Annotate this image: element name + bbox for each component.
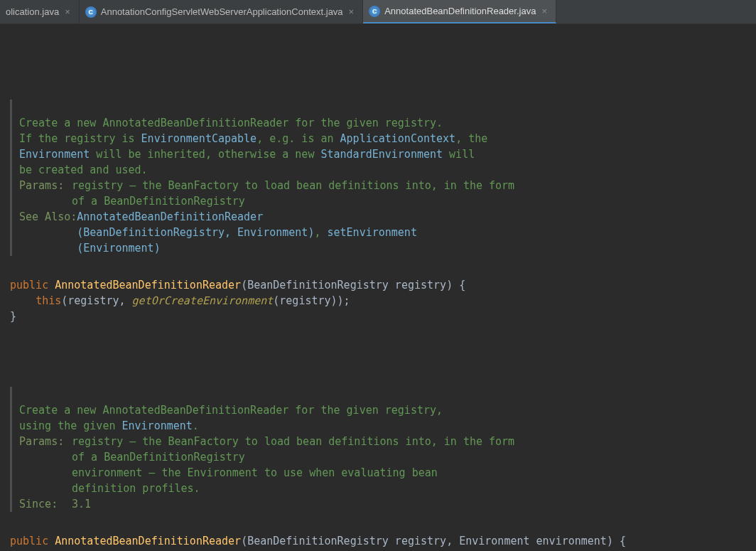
javadoc-params: Params:registry – the BeanFactory to loa… (19, 434, 756, 496)
javadoc-text: Create a new (19, 117, 102, 129)
tab-label: olication.java (6, 6, 59, 17)
javadoc-text: of a (72, 195, 104, 208)
javadoc-text: . (193, 419, 199, 432)
javadoc-link[interactable]: Environment) (237, 226, 314, 239)
javadoc-text: to load bean definitions into, in the fo… (239, 435, 514, 448)
param-name: registry (389, 535, 446, 547)
javadoc-text: , (225, 226, 237, 239)
close-icon[interactable]: × (540, 6, 549, 16)
javadoc-code-ref: BeanDefinitionRegistry (104, 195, 245, 208)
punct: (registry, (61, 294, 131, 307)
tab-olication[interactable]: olication.java × (0, 0, 80, 23)
javadoc-text: to load bean definitions into, in the fo… (239, 179, 514, 192)
param-type: Environment (459, 535, 529, 547)
javadoc-link[interactable]: (Environment) (77, 242, 160, 255)
param-type: BeanDefinitionRegistry (247, 279, 389, 291)
javadoc-text: will be inherited, otherwise a new (90, 148, 320, 161)
brace-close: } (10, 310, 16, 323)
javadoc-text: be created and used. (19, 164, 148, 176)
close-icon[interactable]: × (63, 6, 72, 17)
class-icon: C (369, 6, 380, 17)
javadoc-code-ref: BeanFactory (168, 179, 238, 192)
punct: ) { (607, 535, 626, 547)
param-type: BeanDefinitionRegistry (247, 535, 389, 547)
param-name: environment (530, 535, 607, 547)
javadoc-link[interactable]: Environment (19, 148, 90, 161)
keyword-public: public (10, 535, 48, 547)
javadoc-text: If the registry is (19, 132, 141, 145)
punct: ) { (446, 279, 465, 291)
javadoc-text: environment – the (72, 466, 188, 479)
javadoc-link[interactable]: (BeanDefinitionRegistry (77, 226, 225, 239)
javadoc-code-ref: Environment (188, 466, 258, 479)
javadoc-text: registry – the (72, 435, 168, 448)
javadoc-text: , (314, 226, 327, 239)
javadoc-text: of a (72, 451, 104, 464)
code-editor[interactable]: Create a new AnnotatedBeanDefinitionRead… (0, 24, 756, 551)
tab-annotationconfig[interactable]: C AnnotationConfigServletWebServerApplic… (80, 0, 363, 23)
tab-label: AnnotationConfigServletWebServerApplicat… (101, 6, 343, 17)
javadoc-code-ref: AnnotatedBeanDefinitionReader (102, 404, 288, 417)
punct: (registry)); (273, 294, 350, 307)
tab-annotatedbeandefreader[interactable]: C AnnotatedBeanDefinitionReader.java × (363, 0, 556, 23)
javadoc-params: Params:registry – the BeanFactory to loa… (19, 178, 756, 209)
punct: ( (241, 279, 247, 291)
javadoc-code-ref: BeanDefinitionRegistry (104, 451, 245, 464)
javadoc-block: Create a new AnnotatedBeanDefinitionRead… (10, 100, 756, 256)
javadoc-text: Create a new (19, 404, 102, 417)
javadoc-link[interactable]: AnnotatedBeanDefinitionReader (77, 210, 263, 223)
javadoc-text: will (443, 148, 475, 161)
editor-tabs: olication.java × C AnnotationConfigServl… (0, 0, 756, 24)
method-call: getOrCreateEnvironment (132, 294, 274, 307)
javadoc-tag: Params: (19, 434, 72, 496)
class-icon: C (85, 6, 97, 18)
tab-label: AnnotatedBeanDefinitionReader.java (384, 6, 536, 16)
close-icon[interactable]: × (347, 6, 356, 17)
javadoc-text: , the (455, 132, 487, 145)
javadoc-link[interactable]: StandardEnvironment (320, 148, 443, 161)
javadoc-link[interactable]: EnvironmentCapable (141, 132, 257, 145)
constructor-name: AnnotatedBeanDefinitionReader (55, 279, 241, 291)
javadoc-since-value: 3.1 (72, 496, 91, 512)
constructor-name: AnnotatedBeanDefinitionReader (55, 535, 241, 547)
javadoc-link[interactable]: ApplicationContext (340, 132, 456, 145)
javadoc-text: using the given (19, 419, 122, 432)
javadoc-text: for the given registry. (288, 117, 443, 129)
javadoc-tag: See Also: (19, 209, 77, 256)
punct: ( (241, 535, 247, 547)
javadoc-tag: Params: (19, 178, 72, 209)
param-name: registry (389, 279, 446, 291)
javadoc-tag: Since: (19, 496, 72, 512)
javadoc-seealso: See Also:AnnotatedBeanDefinitionReader (… (19, 209, 756, 256)
keyword-this: this (36, 294, 61, 307)
javadoc-code-ref: AnnotatedBeanDefinitionReader (102, 117, 288, 129)
javadoc-text: for the given registry, (288, 404, 443, 417)
javadoc-block: Create a new AnnotatedBeanDefinitionRead… (10, 387, 756, 512)
javadoc-link[interactable]: Environment (122, 419, 193, 432)
keyword-public: public (10, 279, 48, 291)
javadoc-code-ref: BeanFactory (168, 435, 238, 448)
punct: , (446, 535, 459, 547)
javadoc-text: definition profiles. (72, 482, 200, 495)
javadoc-text: registry – the (72, 179, 168, 192)
javadoc-text: to use when evaluating bean (258, 466, 438, 479)
javadoc-since: Since:3.1 (19, 496, 756, 512)
javadoc-link[interactable]: setEnvironment (328, 226, 417, 239)
javadoc-text: , e.g. is an (256, 132, 340, 145)
